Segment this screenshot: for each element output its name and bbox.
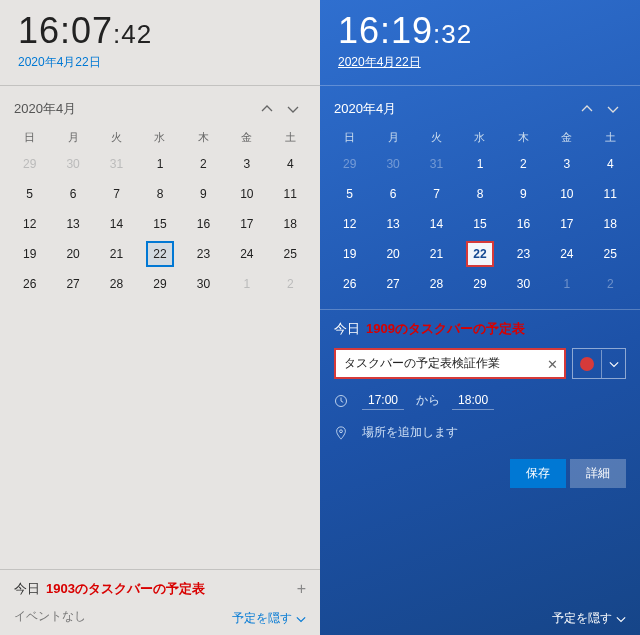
hide-agenda-button[interactable]: 予定を隠す [552, 610, 626, 627]
calendar-day[interactable]: 12 [328, 209, 371, 239]
calendar-day[interactable]: 31 [415, 149, 458, 179]
date-link[interactable]: 2020年4月22日 [18, 54, 302, 71]
calendar-day[interactable]: 20 [51, 239, 94, 269]
calendar-day[interactable]: 10 [545, 179, 588, 209]
calendar-day[interactable]: 1 [458, 149, 501, 179]
calendar-day[interactable]: 28 [95, 269, 138, 299]
calendar-day[interactable]: 29 [328, 149, 371, 179]
calendar-day[interactable]: 29 [8, 149, 51, 179]
calendar-day[interactable]: 13 [371, 209, 414, 239]
calendar-day[interactable]: 29 [458, 269, 501, 299]
dow-header: 日 [8, 126, 51, 149]
calendar-day[interactable]: 6 [371, 179, 414, 209]
start-time-input[interactable]: 17:00 [362, 391, 404, 410]
calendar-day[interactable]: 24 [225, 239, 268, 269]
calendar-day[interactable]: 4 [589, 149, 632, 179]
calendar-day[interactable]: 4 [269, 149, 312, 179]
calendar-day[interactable]: 8 [138, 179, 181, 209]
calendar-day[interactable]: 21 [95, 239, 138, 269]
calendar-day[interactable]: 5 [328, 179, 371, 209]
calendar-day[interactable]: 26 [328, 269, 371, 299]
save-button[interactable]: 保存 [510, 459, 566, 488]
svg-point-1 [340, 429, 343, 432]
calendar-day[interactable]: 30 [182, 269, 225, 299]
dow-header: 土 [269, 126, 312, 149]
calendar-day[interactable]: 29 [138, 269, 181, 299]
calendar-day[interactable]: 25 [269, 239, 312, 269]
calendar-day[interactable]: 2 [182, 149, 225, 179]
calendar-day[interactable]: 24 [545, 239, 588, 269]
button-row: 保存 詳細 [334, 459, 626, 488]
event-input-row: タスクバーの予定表検証作業 ✕ [334, 348, 626, 379]
calendar-day[interactable]: 3 [545, 149, 588, 179]
calendar-color-picker[interactable] [572, 348, 626, 379]
calendar-day[interactable]: 30 [51, 149, 94, 179]
calendar-day[interactable]: 1 [225, 269, 268, 299]
month-label[interactable]: 2020年4月 [14, 100, 254, 118]
flyout-light: 16:07:42 2020年4月22日 2020年4月 日月火水木金土 2930… [0, 0, 320, 635]
add-event-button[interactable]: + [297, 580, 306, 598]
event-title-input[interactable]: タスクバーの予定表検証作業 [334, 348, 566, 379]
calendar-day[interactable]: 15 [138, 209, 181, 239]
calendar-day[interactable]: 9 [182, 179, 225, 209]
calendar-day[interactable]: 2 [502, 149, 545, 179]
calendar-day[interactable]: 30 [371, 149, 414, 179]
calendar-day[interactable]: 28 [415, 269, 458, 299]
calendar-day[interactable]: 22 [458, 239, 501, 269]
calendar-day[interactable]: 27 [371, 269, 414, 299]
calendar-day[interactable]: 31 [95, 149, 138, 179]
calendar-day[interactable]: 12 [8, 209, 51, 239]
calendar-day[interactable]: 5 [8, 179, 51, 209]
calendar-day[interactable]: 23 [502, 239, 545, 269]
month-label[interactable]: 2020年4月 [334, 100, 574, 118]
calendar-day[interactable]: 9 [502, 179, 545, 209]
calendar-day[interactable]: 27 [51, 269, 94, 299]
clear-input-button[interactable]: ✕ [547, 356, 558, 371]
calendar-day[interactable]: 22 [138, 239, 181, 269]
calendar-day[interactable]: 23 [182, 239, 225, 269]
dow-header: 水 [458, 126, 501, 149]
next-month-button[interactable] [280, 96, 306, 122]
agenda-header: 今日 1903のタスクバーの予定表 + [14, 580, 306, 598]
calendar-day[interactable]: 10 [225, 179, 268, 209]
calendar-day[interactable]: 8 [458, 179, 501, 209]
calendar-day[interactable]: 18 [269, 209, 312, 239]
calendar-day[interactable]: 20 [371, 239, 414, 269]
calendar-day[interactable]: 11 [269, 179, 312, 209]
calendar-day[interactable]: 17 [545, 209, 588, 239]
calendar-day[interactable]: 21 [415, 239, 458, 269]
detail-button[interactable]: 詳細 [570, 459, 626, 488]
calendar-day[interactable]: 2 [589, 269, 632, 299]
calendar-day[interactable]: 14 [415, 209, 458, 239]
calendar-day[interactable]: 16 [182, 209, 225, 239]
calendar-day[interactable]: 11 [589, 179, 632, 209]
calendar-day[interactable]: 30 [502, 269, 545, 299]
calendar-day[interactable]: 3 [225, 149, 268, 179]
prev-month-button[interactable] [254, 96, 280, 122]
calendar-picker-dropdown[interactable] [601, 350, 625, 378]
calendar-day[interactable]: 14 [95, 209, 138, 239]
date-link[interactable]: 2020年4月22日 [338, 54, 622, 71]
calendar-day[interactable]: 19 [8, 239, 51, 269]
calendar-day[interactable]: 7 [95, 179, 138, 209]
calendar-day[interactable]: 6 [51, 179, 94, 209]
calendar-day[interactable]: 16 [502, 209, 545, 239]
calendar-table: 日月火水木金土 29303112345678910111213141516171… [328, 126, 632, 299]
end-time-input[interactable]: 18:00 [452, 391, 494, 410]
calendar-day[interactable]: 1 [545, 269, 588, 299]
next-month-button[interactable] [600, 96, 626, 122]
calendar-day[interactable]: 19 [328, 239, 371, 269]
calendar-day[interactable]: 7 [415, 179, 458, 209]
calendar-day[interactable]: 13 [51, 209, 94, 239]
calendar-day[interactable]: 17 [225, 209, 268, 239]
hide-agenda-button[interactable]: 予定を隠す [232, 610, 306, 627]
calendar-day[interactable]: 26 [8, 269, 51, 299]
calendar-day[interactable]: 15 [458, 209, 501, 239]
calendar-day[interactable]: 25 [589, 239, 632, 269]
calendar-day[interactable]: 1 [138, 149, 181, 179]
chevron-down-icon [609, 359, 619, 369]
calendar-day[interactable]: 2 [269, 269, 312, 299]
calendar-day[interactable]: 18 [589, 209, 632, 239]
prev-month-button[interactable] [574, 96, 600, 122]
location-input[interactable]: 場所を追加します [362, 424, 458, 441]
